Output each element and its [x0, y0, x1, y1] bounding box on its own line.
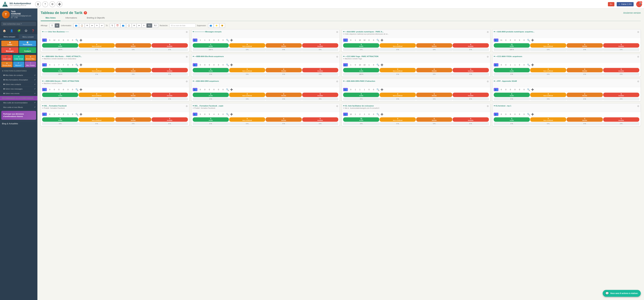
- envois-man-btn[interactable]: ⚙ Envois Man.: [25, 55, 36, 61]
- unif-btn-5[interactable]: ✈: [95, 23, 99, 28]
- creer-email-btn[interactable]: ✉ Créer Email: [13, 55, 24, 61]
- listes-btn[interactable]: 📋 Listes: [1, 41, 18, 46]
- card-gear-icon[interactable]: ⚙: [487, 31, 489, 33]
- card-title[interactable]: ✏ —CCC-MAV-Yoga - PARC ATTRACTION: [343, 55, 378, 57]
- sidebar-link-solde[interactable]: Mon solde et mes filleuls↗: [0, 105, 38, 110]
- notification-bubble[interactable]: 💬 Vous avez 8 actions à réaliser.: [603, 290, 641, 297]
- contacts-btn[interactable]: 👥 Contacts: [19, 47, 36, 53]
- unif-btn-4[interactable]: ➤: [90, 23, 94, 28]
- puzzle-icon[interactable]: 🧩: [17, 29, 21, 33]
- unif-btn-2[interactable]: 📋: [79, 23, 84, 28]
- settings-button[interactable]: ⚙: [50, 1, 55, 7]
- tri-btn-7[interactable]: ✈: [142, 23, 146, 28]
- tickets-btn[interactable]: ? Mes Tickets: [25, 61, 36, 67]
- notification-bell[interactable]: 📣 10: [636, 1, 642, 7]
- sidebar-link-outils[interactable]: Mes outils de recommandation↗: [0, 100, 38, 105]
- affichage-list-btn[interactable]: ☰: [50, 23, 54, 28]
- formulaires-btn[interactable]: 📝 Formulaires: [19, 41, 36, 46]
- card-add-btn[interactable]: ➕: [531, 39, 534, 41]
- participer-section[interactable]: Participer aux décisions d'améliorations…: [1, 111, 36, 120]
- card-gear-icon[interactable]: ⚙: [186, 105, 188, 107]
- card-search-btn[interactable]: 🔍: [226, 113, 229, 116]
- supp-btn-3[interactable]: 🐱: [220, 23, 225, 28]
- card-gear-icon[interactable]: ⚙: [336, 80, 338, 83]
- card-add-btn[interactable]: ➕: [230, 39, 233, 41]
- card-search-btn[interactable]: 🔍: [527, 63, 530, 66]
- tri-btn-2[interactable]: ⏰: [115, 23, 120, 28]
- sidebar-link-messages[interactable]: ❹ Gérer mes messages↗: [0, 87, 38, 91]
- envois-auto-btn[interactable]: ⚙ Envois Auto: [1, 61, 12, 67]
- card-title[interactable]: ✏ —BBB-MAV- Bio Resto - - PARC ATTRACTI.…: [42, 55, 82, 57]
- card-search-btn[interactable]: 🔍: [226, 39, 229, 41]
- tri-btn-1[interactable]: ⇅: [110, 23, 114, 28]
- sidebar-link-envois[interactable]: ❺ Gérer mes envois↗: [0, 91, 38, 96]
- card-add-btn[interactable]: ➕: [380, 88, 383, 91]
- card-search-btn[interactable]: 🔍: [376, 88, 379, 91]
- unif-btn-3[interactable]: ✉: [85, 23, 90, 28]
- unif-btn-1[interactable]: 👥: [74, 23, 79, 28]
- messages-btn[interactable]: ✉ Messages: [1, 47, 18, 53]
- sidebar-search[interactable]: [1, 22, 36, 26]
- card-add-btn[interactable]: ➕: [230, 63, 233, 66]
- gplus-button[interactable]: G+: [608, 2, 614, 6]
- card-search-btn[interactable]: 🔍: [527, 39, 530, 41]
- menu-complet-btn[interactable]: Menu complet: [19, 34, 38, 39]
- card-title[interactable]: ✏ —EEE-MAV-DRH-PARC D'attraction: [343, 80, 375, 82]
- card-gear-icon[interactable]: ⚙: [336, 105, 338, 107]
- card-title[interactable]: ✏ 01- liste facilitateur de croissance: [343, 105, 380, 107]
- tab-briefing[interactable]: Briefing & Objectifs: [82, 15, 110, 21]
- list-search-input[interactable]: [170, 23, 196, 27]
- question-icon[interactable]: ❓: [31, 29, 35, 33]
- card-gear-icon[interactable]: ⚙: [487, 80, 489, 83]
- card-search-btn[interactable]: 🔍: [376, 113, 379, 116]
- card-title[interactable]: ✏ —— Unis Vers Business ——: [42, 31, 69, 33]
- card-title[interactable]: ✏ 001__Formation Facebook: [42, 105, 67, 107]
- affichage-grid-btn[interactable]: ⊞: [55, 23, 59, 28]
- power-icon[interactable]: ⏻: [24, 29, 28, 33]
- home-icon[interactable]: 🏠: [2, 29, 7, 33]
- card-add-btn[interactable]: ➕: [80, 88, 82, 91]
- tri-btn-8[interactable]: ⇅1: [146, 23, 152, 28]
- old-version-link[interactable]: Ancienne version: [623, 11, 641, 14]
- sidebar-link-formulaires[interactable]: ❷ Mes formulaires d'inscription↗: [0, 78, 38, 82]
- card-gear-icon[interactable]: ⚙: [336, 31, 338, 33]
- card-add-btn[interactable]: ➕: [80, 63, 82, 66]
- card-title[interactable]: ✏ 001__Formation Facebook _copie: [193, 105, 224, 107]
- card-gear-icon[interactable]: ⚙: [637, 80, 639, 83]
- abonne-btn[interactable]: 🔍 Abonné ?: [13, 61, 24, 67]
- add-user-button[interactable]: ➕: [56, 1, 62, 7]
- supp-btn-1[interactable]: 👥: [208, 23, 214, 28]
- card-gear-icon[interactable]: ⚙: [637, 55, 639, 58]
- card-search-btn[interactable]: 🔍: [527, 88, 530, 91]
- card-gear-icon[interactable]: ⚙: [637, 31, 639, 33]
- help-circle-icon[interactable]: ?: [84, 11, 87, 14]
- card-add-btn[interactable]: ➕: [380, 39, 383, 41]
- card-title[interactable]: ✏ —BBB-MAV-Bio-Resto acquéreurs: [193, 55, 224, 57]
- card-title[interactable]: ✏ ——————Messages envoyés: [193, 31, 222, 33]
- tri-btn-5[interactable]: ✉: [132, 23, 136, 28]
- card-title[interactable]: ✏ —AAA-MAV-produits numériques- acquéreu…: [494, 31, 534, 33]
- card-search-btn[interactable]: 🔍: [76, 113, 78, 116]
- delete-button[interactable]: 🗑: [35, 1, 41, 7]
- like-button[interactable]: ✓ J'aime 1.9 K: [617, 2, 634, 6]
- creer-liste-btn[interactable]: ➕ Créer Liste: [1, 55, 12, 61]
- tri-btn-3[interactable]: 👥: [120, 23, 126, 28]
- card-gear-icon[interactable]: ⚙: [637, 105, 639, 107]
- card-title[interactable]: ✏ —DDD-MAV-Dessin - PARC ATTRACTION: [42, 80, 79, 82]
- tab-informations[interactable]: Informations: [60, 15, 82, 21]
- card-search-btn[interactable]: 🔍: [226, 63, 229, 66]
- card-add-btn[interactable]: ➕: [531, 63, 534, 66]
- card-gear-icon[interactable]: ⚙: [186, 55, 188, 58]
- card-gear-icon[interactable]: ⚙: [336, 55, 338, 58]
- card-add-btn[interactable]: ➕: [230, 88, 233, 91]
- unif-btn-6[interactable]: ⇌: [100, 23, 104, 28]
- menu-compact-btn[interactable]: Menu compact: [0, 34, 19, 39]
- card-title[interactable]: ✏ —FFF - Apprendre SGAR: [494, 80, 517, 82]
- sidebar-link-contacts[interactable]: ❸ Gérer mes contacts↗: [0, 82, 38, 87]
- card-gear-icon[interactable]: ⚙: [186, 80, 188, 83]
- card-search-btn[interactable]: 🔍: [376, 39, 379, 41]
- card-add-btn[interactable]: ➕: [80, 113, 82, 116]
- tri-btn-6[interactable]: ➤: [137, 23, 141, 28]
- card-add-btn[interactable]: ➕: [80, 39, 82, 41]
- card-add-btn[interactable]: ➕: [531, 88, 534, 91]
